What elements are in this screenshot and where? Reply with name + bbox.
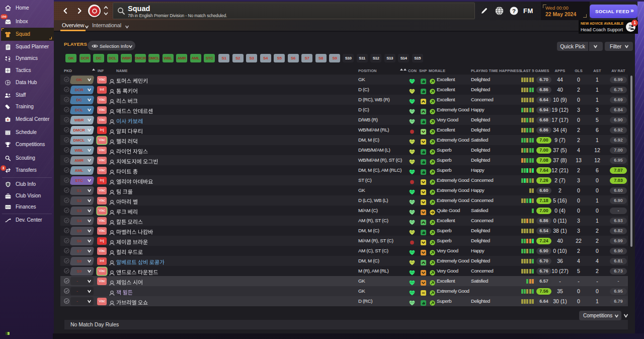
svg-text:?: ? xyxy=(512,8,516,14)
